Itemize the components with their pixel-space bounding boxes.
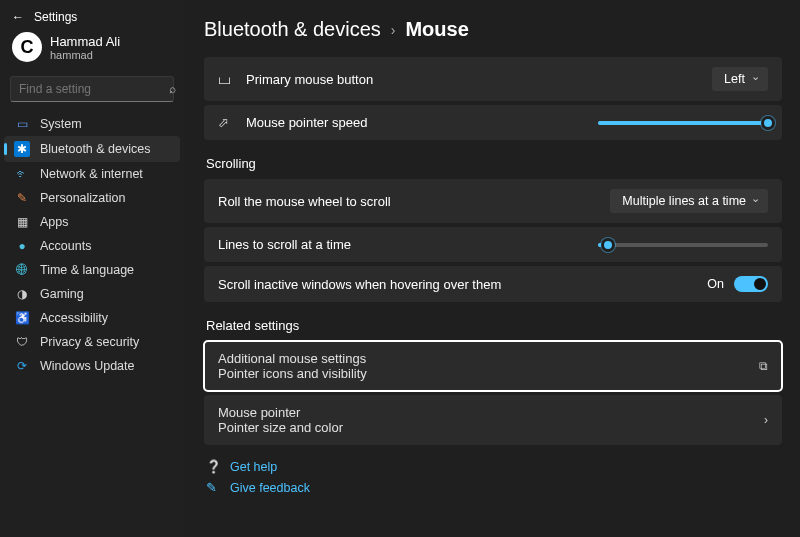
sidebar-item-time-language[interactable]: 🌐︎Time & language [4, 258, 180, 282]
sidebar-item-accessibility[interactable]: ♿Accessibility [4, 306, 180, 330]
mouse-icon: ⌴ [218, 72, 232, 87]
setting-primary-mouse-button: ⌴ Primary mouse button Left [204, 57, 782, 101]
sidebar-item-windows-update[interactable]: ⟳Windows Update [4, 354, 180, 378]
scroll-inactive-toggle[interactable] [734, 276, 768, 292]
apps-icon: ▦ [14, 215, 30, 229]
gaming-icon: ◑ [14, 287, 30, 301]
sidebar-item-bluetooth-devices[interactable]: ✱Bluetooth & devices [4, 136, 180, 162]
link-subtitle: Pointer icons and visibility [218, 366, 367, 381]
bluetooth-icon: ✱ [14, 141, 30, 157]
brush-icon: ✎ [14, 191, 30, 205]
setting-scroll-inactive: Scroll inactive windows when hovering ov… [204, 266, 782, 302]
nav-label: Gaming [40, 287, 84, 301]
accounts-icon: ● [14, 239, 30, 253]
search-box[interactable]: ⌕ [10, 76, 174, 102]
sidebar-item-gaming[interactable]: ◑Gaming [4, 282, 180, 306]
setting-label: Mouse pointer speed [246, 115, 367, 130]
nav-label: Network & internet [40, 167, 143, 181]
monitor-icon: ▭ [14, 117, 30, 131]
breadcrumb-parent[interactable]: Bluetooth & devices [204, 18, 381, 41]
sidebar-item-network[interactable]: ᯤNetwork & internet [4, 162, 180, 186]
setting-pointer-speed: ⬀ Mouse pointer speed [204, 105, 782, 140]
breadcrumb-current: Mouse [405, 18, 468, 41]
footer-links: ❔ Get help ✎ Give feedback [206, 459, 782, 495]
sidebar-item-apps[interactable]: ▦Apps [4, 210, 180, 234]
give-feedback-link[interactable]: ✎ Give feedback [206, 480, 782, 495]
nav-label: Accessibility [40, 311, 108, 325]
nav-label: Personalization [40, 191, 125, 205]
link-label: Give feedback [230, 481, 310, 495]
primary-button-select[interactable]: Left [712, 67, 768, 91]
lines-scroll-slider[interactable] [598, 243, 768, 247]
main-content: Bluetooth & devices › Mouse ⌴ Primary mo… [184, 0, 800, 537]
nav-label: Time & language [40, 263, 134, 277]
link-label: Get help [230, 460, 277, 474]
nav-label: Apps [40, 215, 69, 229]
setting-label: Roll the mouse wheel to scroll [218, 194, 391, 209]
sidebar-item-system[interactable]: ▭System [4, 112, 180, 136]
profile-email: hammad [50, 49, 120, 61]
wifi-icon: ᯤ [14, 167, 30, 181]
breadcrumb: Bluetooth & devices › Mouse [204, 18, 782, 41]
setting-label: Scroll inactive windows when hovering ov… [218, 277, 501, 292]
profile-block[interactable]: C Hammad Ali hammad [0, 26, 184, 72]
nav-label: Bluetooth & devices [40, 142, 151, 156]
setting-roll-wheel: Roll the mouse wheel to scroll Multiple … [204, 179, 782, 223]
sidebar-item-privacy-security[interactable]: 🛡Privacy & security [4, 330, 180, 354]
sidebar: ← Settings C Hammad Ali hammad ⌕ ▭System… [0, 0, 184, 537]
roll-wheel-select[interactable]: Multiple lines at a time [610, 189, 768, 213]
nav-label: Accounts [40, 239, 91, 253]
shield-icon: 🛡 [14, 335, 30, 349]
setting-lines-to-scroll: Lines to scroll at a time [204, 227, 782, 262]
section-heading-scrolling: Scrolling [206, 156, 782, 171]
avatar: C [12, 32, 42, 62]
cursor-icon: ⬀ [218, 115, 232, 130]
nav-label: Windows Update [40, 359, 135, 373]
setting-label: Lines to scroll at a time [218, 237, 351, 252]
feedback-icon: ✎ [206, 480, 220, 495]
pointer-speed-slider[interactable] [598, 121, 768, 125]
update-icon: ⟳ [14, 359, 30, 373]
link-subtitle: Pointer size and color [218, 420, 343, 435]
globe-icon: 🌐︎ [14, 263, 30, 277]
link-mouse-pointer[interactable]: Mouse pointer Pointer size and color › [204, 395, 782, 445]
nav-label: System [40, 117, 82, 131]
search-input[interactable] [19, 82, 169, 96]
open-external-icon: ⧉ [759, 359, 768, 373]
chevron-right-icon: › [764, 413, 768, 427]
link-title: Additional mouse settings [218, 351, 367, 366]
chevron-right-icon: › [391, 22, 396, 38]
toggle-state-label: On [707, 277, 724, 291]
profile-name: Hammad Ali [50, 34, 120, 49]
section-heading-related: Related settings [206, 318, 782, 333]
sidebar-item-accounts[interactable]: ●Accounts [4, 234, 180, 258]
link-title: Mouse pointer [218, 405, 343, 420]
sidebar-item-personalization[interactable]: ✎Personalization [4, 186, 180, 210]
help-icon: ❔ [206, 459, 220, 474]
nav-label: Privacy & security [40, 335, 139, 349]
get-help-link[interactable]: ❔ Get help [206, 459, 782, 474]
setting-label: Primary mouse button [246, 72, 373, 87]
search-icon: ⌕ [169, 82, 176, 96]
accessibility-icon: ♿ [14, 311, 30, 325]
back-button[interactable]: ← [12, 10, 24, 24]
app-title: Settings [34, 10, 77, 24]
nav-list: ▭System ✱Bluetooth & devices ᯤNetwork & … [0, 112, 184, 378]
link-additional-mouse-settings[interactable]: Additional mouse settings Pointer icons … [204, 341, 782, 391]
